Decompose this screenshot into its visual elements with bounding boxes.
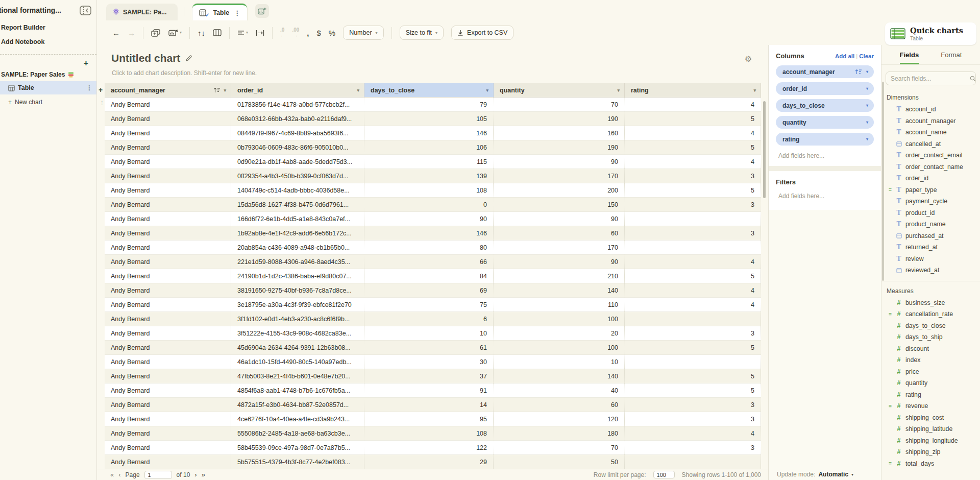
cell-order_id[interactable]: 3e18795e-a30a-4c3f-9f39-ebfce81f2e70 (231, 298, 364, 311)
cell-quantity[interactable]: 150 (494, 198, 625, 211)
cell-quantity[interactable]: 10 (494, 355, 625, 369)
dimension-product_id[interactable]: Tproduct_id (881, 207, 980, 219)
column-menu-caret-icon[interactable]: ▾ (357, 88, 359, 93)
cell-order_id[interactable]: 4ce6276f-10a4-40ea-a4fe-cd3a9b243... (231, 412, 364, 426)
cell-account_manager[interactable]: Andy Bernard (105, 155, 231, 169)
columns-add-fields-placeholder[interactable]: Add fields here... (776, 150, 874, 166)
cell-days_to_close[interactable]: 75 (364, 298, 494, 311)
cell-rating[interactable]: 3 (625, 398, 761, 412)
cell-days_to_close[interactable]: 108 (364, 183, 494, 197)
measure-business_size[interactable]: #business_size (881, 297, 980, 309)
cell-days_to_close[interactable]: 10 (364, 326, 494, 340)
add-dataset-button[interactable]: + (84, 60, 88, 67)
column-chip-order_id[interactable]: order_id▾ (776, 82, 874, 95)
cell-rating[interactable]: 4 (625, 98, 761, 111)
chevron-down-icon[interactable]: ▾ (851, 472, 853, 477)
cell-order_id[interactable]: 084497f9-f967-4c69-8b89-aba5693f6... (231, 126, 364, 140)
manage-columns-icon[interactable] (213, 29, 222, 36)
cell-quantity[interactable]: 20 (494, 326, 625, 340)
cell-quantity[interactable]: 100 (494, 341, 625, 354)
cell-rating[interactable] (625, 312, 761, 326)
table-vertical-scrollbar[interactable] (763, 101, 766, 198)
dimension-reviewed_at[interactable]: reviewed_at (881, 265, 980, 276)
dimension-order_contact_email[interactable]: Torder_contact_email (881, 150, 980, 161)
cell-order_id[interactable]: 1b92ab8e-4e1f-42c9-add6-6e56b172c... (231, 226, 364, 240)
cell-account_manager[interactable]: Andy Bernard (105, 441, 231, 454)
cell-days_to_close[interactable]: 146 (364, 126, 494, 140)
cell-rating[interactable] (625, 455, 761, 469)
column-chip-rating[interactable]: rating▾ (776, 133, 874, 146)
collapse-sidebar-icon[interactable] (80, 6, 91, 15)
cell-rating[interactable]: 5 (625, 112, 761, 126)
cell-days_to_close[interactable]: 69 (364, 283, 494, 297)
measure-shipping_cost[interactable]: #shipping_cost (881, 412, 980, 424)
cell-rating[interactable]: 3 (625, 226, 761, 240)
dimension-order_id[interactable]: Torder_id (881, 173, 980, 184)
cell-rating[interactable]: 4 (625, 283, 761, 297)
size-to-fit-dropdown[interactable]: Size to fit ▾ (400, 26, 444, 40)
currency-format-icon[interactable]: $ (316, 29, 321, 37)
cell-account_manager[interactable]: Andy Bernard (105, 298, 231, 311)
cell-account_manager[interactable]: Andy Bernard (105, 341, 231, 354)
sidebar-item-report-builder[interactable]: Report Builder (0, 20, 96, 35)
thousands-separator-icon[interactable]: , (307, 29, 309, 37)
clear-link[interactable]: Clear (859, 53, 874, 59)
cell-order_id[interactable]: 0b793046-0609-483c-86f6-905010b0... (231, 140, 364, 154)
cell-days_to_close[interactable]: 14 (364, 398, 494, 412)
cell-rating[interactable]: 5 (625, 341, 761, 354)
undo-back-icon[interactable]: ← (112, 29, 120, 37)
cell-order_id[interactable]: 47fb5003-8e21-4f4b-b601-0e48e7b20... (231, 369, 364, 383)
cell-order_id[interactable]: 20ab854a-c436-4089-a948-cb1b65b0... (231, 241, 364, 254)
cell-days_to_close[interactable]: 95 (364, 412, 494, 426)
cell-rating[interactable]: 5 (625, 140, 761, 154)
cell-days_to_close[interactable]: 80 (364, 241, 494, 254)
cell-quantity[interactable]: 200 (494, 183, 625, 197)
update-mode-dropdown[interactable]: Automatic (818, 471, 848, 478)
column-header-days_to_close[interactable]: days_to_close▾ (364, 83, 494, 98)
tab-menu-icon[interactable]: ⋮ (234, 9, 240, 17)
cell-rating[interactable]: 4 (625, 155, 761, 169)
cell-account_manager[interactable]: Andy Bernard (105, 112, 231, 126)
cell-order_id[interactable]: 3f1fd102-e0d1-4eb3-a230-ac8c6f6f9b... (231, 312, 364, 326)
cell-rating[interactable]: 5 (625, 383, 761, 397)
cell-rating[interactable]: 3 (625, 169, 761, 183)
cell-quantity[interactable]: 60 (494, 398, 625, 412)
cell-quantity[interactable]: 100 (494, 312, 625, 326)
cell-rating[interactable]: 5 (625, 269, 761, 283)
cell-quantity[interactable]: 140 (494, 283, 625, 297)
dimension-product_name[interactable]: Tproduct_name (881, 219, 980, 230)
measure-shipping_latitude[interactable]: #shipping_latitude (881, 423, 980, 435)
cell-account_manager[interactable]: Andy Bernard (105, 169, 231, 183)
search-fields-input[interactable] (891, 75, 970, 82)
chip-menu-caret-icon[interactable]: ▾ (866, 120, 868, 125)
sort-ascending-icon[interactable] (855, 69, 862, 75)
cell-order_id[interactable]: 46a1dc10-15fd-4490-80c5-140a97edb... (231, 355, 364, 369)
chevron-down-icon[interactable]: ▾ (246, 31, 248, 35)
dimension-cancelled_at[interactable]: cancelled_at (881, 138, 980, 150)
cell-quantity[interactable]: 60 (494, 226, 625, 240)
cell-rating[interactable] (625, 241, 761, 254)
cell-days_to_close[interactable]: 61 (364, 341, 494, 354)
cell-quantity[interactable]: 50 (494, 455, 625, 469)
cell-account_manager[interactable]: Andy Bernard (105, 383, 231, 397)
cell-days_to_close[interactable]: 90 (364, 212, 494, 226)
chip-menu-caret-icon[interactable]: ▾ (866, 103, 868, 108)
tab-format[interactable]: Format (941, 51, 962, 64)
chart-description-placeholder[interactable]: Click to add chart description. Shift-en… (112, 69, 257, 77)
cell-quantity[interactable]: 70 (494, 441, 625, 454)
column-header-account_manager[interactable]: account_manager▾ (105, 83, 231, 98)
cell-rating[interactable]: 4 (625, 126, 761, 140)
cell-quantity[interactable]: 140 (494, 369, 625, 383)
dimension-returned_at[interactable]: Treturned_at (881, 242, 980, 253)
measure-rating[interactable]: #rating (881, 389, 980, 401)
first-page-icon[interactable]: « (110, 471, 114, 478)
column-chip-quantity[interactable]: quantity▾ (776, 116, 874, 129)
cell-account_manager[interactable]: Andy Bernard (105, 126, 231, 140)
number-format-dropdown[interactable]: Number ▾ (343, 26, 383, 40)
cell-account_manager[interactable]: Andy Bernard (105, 255, 231, 269)
sidebar-dataset-paper-sales[interactable]: SAMPLE: Paper Sales (0, 67, 96, 81)
cell-account_manager[interactable]: Andy Bernard (105, 140, 231, 154)
cell-order_id[interactable]: 4872a15f-e3b0-4634-bb87-52e0857d... (231, 398, 364, 412)
dimension-payment_cycle[interactable]: Tpayment_cycle (881, 196, 980, 207)
column-menu-caret-icon[interactable]: ▾ (486, 88, 488, 93)
